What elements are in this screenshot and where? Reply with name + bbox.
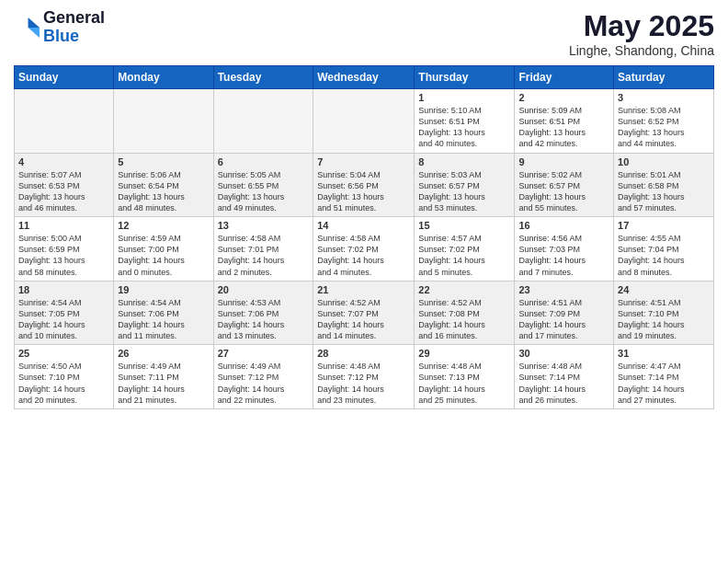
calendar-cell: 22Sunrise: 4:52 AM Sunset: 7:08 PM Dayli… [415,281,515,345]
cell-content: Sunrise: 5:03 AM Sunset: 6:57 PM Dayligh… [418,169,510,214]
calendar-cell: 31Sunrise: 4:47 AM Sunset: 7:14 PM Dayli… [614,345,714,409]
day-number: 24 [618,284,710,295]
logo-text: General Blue [43,9,105,46]
cell-content: Sunrise: 5:07 AM Sunset: 6:53 PM Dayligh… [18,169,109,214]
day-number: 5 [118,156,209,167]
calendar-cell: 19Sunrise: 4:54 AM Sunset: 7:06 PM Dayli… [114,281,213,345]
day-number: 7 [317,156,410,167]
cell-content: Sunrise: 4:49 AM Sunset: 7:11 PM Dayligh… [118,361,209,406]
day-number: 22 [418,284,510,295]
day-number: 4 [18,156,109,167]
calendar-cell: 17Sunrise: 4:55 AM Sunset: 7:04 PM Dayli… [614,217,714,282]
calendar-week-row: 25Sunrise: 4:50 AM Sunset: 7:10 PM Dayli… [15,345,714,409]
day-number: 20 [218,284,310,295]
cell-content: Sunrise: 4:53 AM Sunset: 7:06 PM Dayligh… [218,297,310,342]
day-number: 25 [18,348,109,359]
day-header-tuesday: Tuesday [213,66,313,89]
month-title: May 2025 [569,9,714,43]
cell-content: Sunrise: 4:51 AM Sunset: 7:09 PM Dayligh… [518,297,609,342]
page-header: General Blue May 2025 Linghe, Shandong, … [14,9,714,58]
day-number: 14 [317,220,410,231]
calendar-week-row: 11Sunrise: 5:00 AM Sunset: 6:59 PM Dayli… [15,217,714,282]
day-header-sunday: Sunday [15,66,114,89]
calendar-cell: 14Sunrise: 4:58 AM Sunset: 7:02 PM Dayli… [313,217,415,282]
cell-content: Sunrise: 4:50 AM Sunset: 7:10 PM Dayligh… [18,361,109,406]
calendar-cell: 29Sunrise: 4:48 AM Sunset: 7:13 PM Dayli… [415,345,515,409]
calendar-cell [313,89,415,154]
cell-content: Sunrise: 4:56 AM Sunset: 7:03 PM Dayligh… [518,233,609,278]
cell-content: Sunrise: 4:47 AM Sunset: 7:14 PM Dayligh… [618,361,710,406]
cell-content: Sunrise: 4:55 AM Sunset: 7:04 PM Dayligh… [618,233,710,278]
logo: General Blue [14,9,105,46]
calendar-cell: 12Sunrise: 4:59 AM Sunset: 7:00 PM Dayli… [114,217,213,282]
cell-content: Sunrise: 5:09 AM Sunset: 6:51 PM Dayligh… [518,105,609,150]
cell-content: Sunrise: 4:54 AM Sunset: 7:05 PM Dayligh… [18,297,109,342]
calendar-cell: 23Sunrise: 4:51 AM Sunset: 7:09 PM Dayli… [515,281,614,345]
cell-content: Sunrise: 4:48 AM Sunset: 7:12 PM Dayligh… [317,361,410,406]
calendar-cell [213,89,313,154]
day-number: 1 [418,92,510,103]
calendar-cell: 9Sunrise: 5:02 AM Sunset: 6:57 PM Daylig… [515,153,614,217]
day-number: 17 [618,220,710,231]
calendar-cell: 8Sunrise: 5:03 AM Sunset: 6:57 PM Daylig… [415,153,515,217]
day-number: 8 [418,156,510,167]
cell-content: Sunrise: 5:00 AM Sunset: 6:59 PM Dayligh… [18,233,109,278]
day-header-friday: Friday [515,66,614,89]
calendar-cell: 5Sunrise: 5:06 AM Sunset: 6:54 PM Daylig… [114,153,213,217]
calendar-week-row: 4Sunrise: 5:07 AM Sunset: 6:53 PM Daylig… [15,153,714,217]
day-number: 28 [317,348,410,359]
cell-content: Sunrise: 5:01 AM Sunset: 6:58 PM Dayligh… [618,169,710,214]
day-header-wednesday: Wednesday [313,66,415,89]
day-number: 11 [18,220,109,231]
day-number: 9 [518,156,609,167]
cell-content: Sunrise: 4:51 AM Sunset: 7:10 PM Dayligh… [618,297,710,342]
cell-content: Sunrise: 4:48 AM Sunset: 7:13 PM Dayligh… [418,361,510,406]
calendar-cell: 16Sunrise: 4:56 AM Sunset: 7:03 PM Dayli… [515,217,614,282]
logo-icon [14,15,40,40]
calendar-cell: 30Sunrise: 4:48 AM Sunset: 7:14 PM Dayli… [515,345,614,409]
calendar-week-row: 18Sunrise: 4:54 AM Sunset: 7:05 PM Dayli… [15,281,714,345]
cell-content: Sunrise: 5:05 AM Sunset: 6:55 PM Dayligh… [218,169,310,214]
day-header-thursday: Thursday [415,66,515,89]
calendar-cell [15,89,114,154]
cell-content: Sunrise: 4:52 AM Sunset: 7:07 PM Dayligh… [317,297,410,342]
day-header-saturday: Saturday [614,66,714,89]
cell-content: Sunrise: 4:59 AM Sunset: 7:00 PM Dayligh… [118,233,209,278]
calendar-cell: 20Sunrise: 4:53 AM Sunset: 7:06 PM Dayli… [213,281,313,345]
cell-content: Sunrise: 5:04 AM Sunset: 6:56 PM Dayligh… [317,169,410,214]
calendar-cell: 18Sunrise: 4:54 AM Sunset: 7:05 PM Dayli… [15,281,114,345]
cell-content: Sunrise: 4:58 AM Sunset: 7:01 PM Dayligh… [218,233,310,278]
day-number: 29 [418,348,510,359]
calendar-header-row: SundayMondayTuesdayWednesdayThursdayFrid… [15,66,714,89]
title-section: May 2025 Linghe, Shandong, China [569,9,714,58]
calendar-cell: 3Sunrise: 5:08 AM Sunset: 6:52 PM Daylig… [614,89,714,154]
day-number: 27 [218,348,310,359]
day-number: 30 [518,348,609,359]
calendar-week-row: 1Sunrise: 5:10 AM Sunset: 6:51 PM Daylig… [15,89,714,154]
cell-content: Sunrise: 5:02 AM Sunset: 6:57 PM Dayligh… [518,169,609,214]
cell-content: Sunrise: 4:58 AM Sunset: 7:02 PM Dayligh… [317,233,410,278]
day-number: 26 [118,348,209,359]
calendar-cell: 25Sunrise: 4:50 AM Sunset: 7:10 PM Dayli… [15,345,114,409]
cell-content: Sunrise: 5:10 AM Sunset: 6:51 PM Dayligh… [418,105,510,150]
calendar-cell: 10Sunrise: 5:01 AM Sunset: 6:58 PM Dayli… [614,153,714,217]
calendar-cell: 15Sunrise: 4:57 AM Sunset: 7:02 PM Dayli… [415,217,515,282]
day-number: 23 [518,284,609,295]
calendar-cell: 11Sunrise: 5:00 AM Sunset: 6:59 PM Dayli… [15,217,114,282]
day-number: 19 [118,284,209,295]
calendar-cell: 26Sunrise: 4:49 AM Sunset: 7:11 PM Dayli… [114,345,213,409]
day-number: 12 [118,220,209,231]
day-number: 2 [518,92,609,103]
calendar-cell: 28Sunrise: 4:48 AM Sunset: 7:12 PM Dayli… [313,345,415,409]
logo-general: General [43,9,105,28]
calendar-cell: 4Sunrise: 5:07 AM Sunset: 6:53 PM Daylig… [15,153,114,217]
calendar-cell [114,89,213,154]
day-number: 16 [518,220,609,231]
day-number: 10 [618,156,710,167]
cell-content: Sunrise: 5:08 AM Sunset: 6:52 PM Dayligh… [618,105,710,150]
day-number: 15 [418,220,510,231]
day-number: 3 [618,92,710,103]
calendar-cell: 2Sunrise: 5:09 AM Sunset: 6:51 PM Daylig… [515,89,614,154]
location: Linghe, Shandong, China [569,43,714,58]
cell-content: Sunrise: 4:49 AM Sunset: 7:12 PM Dayligh… [218,361,310,406]
